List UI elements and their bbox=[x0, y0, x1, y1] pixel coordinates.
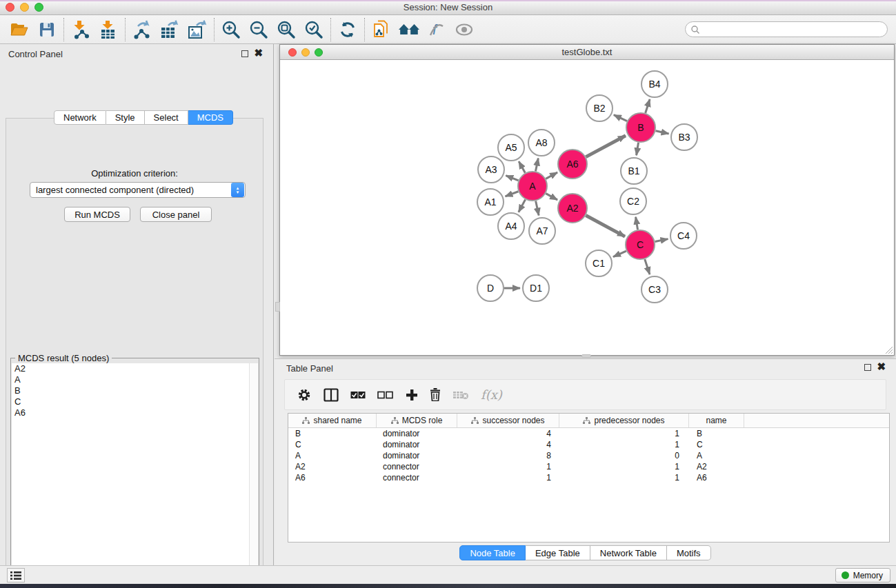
export-network-button[interactable] bbox=[128, 17, 156, 42]
graph-node-A7[interactable]: A7 bbox=[529, 218, 555, 244]
graph-edge-C-C2[interactable] bbox=[636, 217, 638, 230]
table-row[interactable]: A2connector11A2 bbox=[288, 461, 889, 472]
export-table-button[interactable] bbox=[156, 17, 183, 42]
result-item[interactable]: A bbox=[12, 374, 249, 385]
graph-edge-A-A1[interactable] bbox=[506, 192, 519, 196]
import-network-button[interactable] bbox=[67, 17, 94, 42]
float-panel-icon[interactable] bbox=[241, 50, 248, 57]
graph-node-C2[interactable]: C2 bbox=[620, 188, 646, 214]
graph-node-A6[interactable]: A6 bbox=[558, 150, 587, 179]
graph-node-D1[interactable]: D1 bbox=[523, 275, 549, 301]
window-resize-grip[interactable] bbox=[884, 345, 893, 354]
column-header-predecessor-nodes[interactable]: predecessor nodes bbox=[559, 414, 689, 427]
graph-node-C[interactable]: C bbox=[626, 230, 655, 259]
float-table-panel-icon[interactable] bbox=[864, 364, 871, 371]
function-builder-button[interactable]: f(x) bbox=[481, 387, 502, 402]
deselect-all-rows-button[interactable] bbox=[377, 391, 394, 399]
close-panel-icon[interactable]: ✖ bbox=[254, 47, 263, 59]
splitter-handle[interactable] bbox=[581, 354, 591, 358]
tab-network-table[interactable]: Network Table bbox=[590, 545, 667, 560]
graph-edge-B-B1[interactable] bbox=[637, 143, 639, 156]
graph-node-B3[interactable]: B3 bbox=[671, 124, 697, 150]
mcds-result-list[interactable]: A2ABCA6 bbox=[12, 363, 249, 588]
memory-button[interactable]: Memory bbox=[835, 568, 890, 582]
zoom-fit-button[interactable] bbox=[272, 17, 300, 42]
graph-node-A5[interactable]: A5 bbox=[498, 134, 524, 161]
home-button[interactable] bbox=[395, 17, 423, 42]
show-hide-details-button[interactable] bbox=[450, 17, 478, 42]
delete-table-button[interactable] bbox=[452, 390, 469, 400]
delete-column-button[interactable] bbox=[430, 388, 441, 401]
result-item[interactable]: C bbox=[12, 396, 249, 407]
graph-node-A[interactable]: A bbox=[518, 172, 547, 201]
hide-graphics-details-button[interactable]: f bbox=[423, 17, 450, 42]
graph-node-D[interactable]: D bbox=[477, 275, 504, 301]
result-item[interactable]: A2 bbox=[12, 363, 249, 374]
close-panel-button[interactable]: Close panel bbox=[140, 207, 212, 222]
tab-node-table[interactable]: Node Table bbox=[459, 545, 526, 560]
zoom-in-button[interactable] bbox=[217, 17, 245, 42]
run-mcds-button[interactable]: Run MCDS bbox=[64, 207, 130, 222]
result-scrollbar[interactable] bbox=[249, 363, 258, 588]
graph-edge-C-C1[interactable] bbox=[613, 251, 626, 257]
graph-edge-B-B4[interactable] bbox=[646, 99, 650, 113]
criterion-dropdown[interactable]: largest connected component (directed) ▲… bbox=[30, 182, 246, 198]
graph-node-A4[interactable]: A4 bbox=[498, 213, 524, 239]
graph-edge-A-A2[interactable] bbox=[546, 194, 557, 200]
add-column-button[interactable] bbox=[406, 389, 418, 401]
graph-node-A1[interactable]: A1 bbox=[477, 189, 504, 215]
graph-edge-A-A4[interactable] bbox=[519, 199, 526, 212]
graph-node-A2[interactable]: A2 bbox=[558, 194, 587, 223]
save-session-button[interactable] bbox=[33, 17, 61, 42]
export-image-button[interactable] bbox=[183, 17, 211, 42]
zoom-selected-button[interactable] bbox=[300, 17, 328, 42]
tab-style[interactable]: Style bbox=[106, 110, 145, 125]
network-graph[interactable]: B4B2BB3A5A8A6A3B1AA1C2A2A4A7C4CC1DD1C3 bbox=[280, 60, 894, 355]
network-window-titlebar[interactable]: testGlobe.txt bbox=[280, 45, 894, 60]
graph-node-B2[interactable]: B2 bbox=[586, 95, 613, 121]
refresh-button[interactable] bbox=[334, 17, 361, 42]
table-row[interactable]: Bdominator41B bbox=[288, 428, 889, 439]
show-column-button[interactable] bbox=[323, 388, 339, 402]
graph-node-C1[interactable]: C1 bbox=[586, 250, 612, 276]
graph-node-B1[interactable]: B1 bbox=[621, 158, 647, 184]
result-item[interactable]: A6 bbox=[12, 407, 249, 418]
graph-edge-A-A8[interactable] bbox=[535, 159, 538, 172]
graph-node-B4[interactable]: B4 bbox=[641, 71, 668, 97]
close-table-panel-icon[interactable]: ✖ bbox=[877, 361, 886, 373]
task-history-button[interactable] bbox=[7, 568, 25, 582]
graph-node-A3[interactable]: A3 bbox=[478, 156, 504, 183]
column-header-successor-nodes[interactable]: successor nodes bbox=[457, 414, 559, 427]
graph-edge-C-C4[interactable] bbox=[655, 239, 668, 242]
graph-edge-A2-C[interactable] bbox=[586, 215, 625, 236]
tab-network[interactable]: Network bbox=[54, 110, 106, 125]
column-header-name[interactable]: name bbox=[689, 414, 744, 427]
graph-edge-C-C3[interactable] bbox=[645, 259, 650, 274]
table-settings-button[interactable] bbox=[297, 387, 312, 403]
import-table-button[interactable] bbox=[94, 17, 122, 42]
graph-edge-A6-B[interactable] bbox=[586, 136, 626, 157]
new-network-from-selection-button[interactable] bbox=[368, 17, 395, 42]
table-row[interactable]: Adominator80A bbox=[288, 450, 889, 461]
graph-node-C4[interactable]: C4 bbox=[670, 223, 697, 249]
graph-edge-A-A5[interactable] bbox=[519, 161, 525, 173]
graph-node-B[interactable]: B bbox=[626, 113, 655, 142]
tab-motifs[interactable]: Motifs bbox=[667, 545, 711, 560]
open-session-button[interactable] bbox=[6, 17, 33, 42]
graph-edge-A-A7[interactable] bbox=[536, 201, 539, 216]
column-header-mcds-role[interactable]: MCDS role bbox=[377, 414, 457, 427]
search-field[interactable] bbox=[685, 21, 888, 37]
network-canvas[interactable]: B4B2BB3A5A8A6A3B1AA1C2A2A4A7C4CC1DD1C3 bbox=[280, 60, 894, 355]
graph-edge-A-A6[interactable] bbox=[546, 172, 557, 179]
graph-node-C3[interactable]: C3 bbox=[641, 276, 668, 303]
graph-edge-B-B3[interactable] bbox=[655, 131, 668, 134]
graph-node-A8[interactable]: A8 bbox=[528, 130, 555, 156]
graph-edge-A-A3[interactable] bbox=[506, 176, 518, 181]
tab-edge-table[interactable]: Edge Table bbox=[526, 545, 590, 560]
tab-select[interactable]: Select bbox=[145, 110, 188, 125]
column-header-shared-name[interactable]: shared name bbox=[288, 414, 377, 427]
search-input[interactable] bbox=[700, 23, 887, 36]
result-item[interactable]: B bbox=[12, 385, 249, 396]
graph-edge-B-B2[interactable] bbox=[614, 115, 627, 121]
select-all-rows-button[interactable] bbox=[350, 391, 366, 399]
